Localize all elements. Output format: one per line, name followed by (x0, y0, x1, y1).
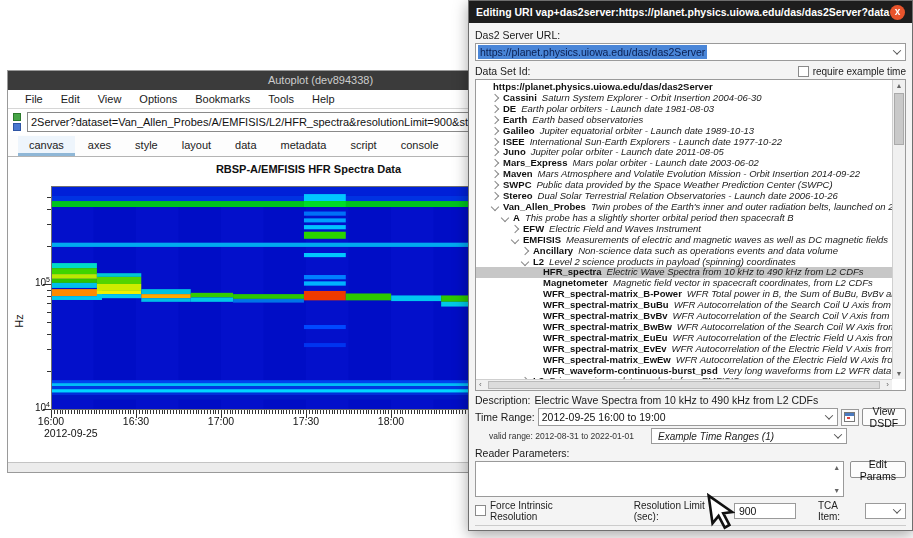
menu-tools[interactable]: Tools (259, 90, 303, 108)
chevron-down-icon[interactable] (889, 504, 905, 518)
chevron-right-icon[interactable] (491, 137, 499, 145)
chevron-down-icon[interactable] (511, 235, 519, 243)
tree-item-name: Stereo (503, 190, 533, 201)
tree-spacer (532, 269, 538, 275)
x-tick-1630: 16:30 (114, 415, 158, 427)
chevron-down-icon[interactable] (821, 409, 837, 425)
chevron-down-icon[interactable] (501, 214, 509, 222)
scroll-up-icon[interactable]: ▲ (893, 82, 905, 89)
menu-help[interactable]: Help (303, 90, 344, 108)
tca-item-label: TCA Item: (818, 500, 861, 522)
tree-item-name: SWPC (503, 179, 532, 190)
time-range-value: 2012-09-25 16:00 to 19:00 (539, 411, 821, 423)
chevron-down-icon[interactable] (521, 257, 529, 265)
tab-axes[interactable]: axes (77, 136, 122, 156)
tab-script[interactable]: script (339, 136, 387, 156)
x-tick-1730: 17:30 (284, 415, 328, 427)
tree-vertical-scrollbar[interactable]: ▲ ▼ (892, 80, 905, 379)
tab-style[interactable]: style (124, 136, 169, 156)
valid-range-label: valid range: 2012-08-31 to 2022-01-01 (489, 431, 634, 441)
menu-file[interactable]: File (16, 90, 52, 108)
chevron-right-icon[interactable] (511, 225, 519, 233)
tree-horizontal-scrollbar[interactable]: ‹ › (476, 379, 892, 390)
view-dsdf-button[interactable]: View DSDF (862, 408, 906, 426)
tab-metadata[interactable]: metadata (270, 136, 338, 156)
tree-spacer (532, 302, 538, 308)
tree-item-name: WFR_spectral-matrix_EvEv (543, 343, 667, 354)
scroll-right-icon[interactable]: › (886, 380, 889, 390)
tree-item-desc: WFR Autocorrelation of the Search Coil W… (677, 321, 906, 332)
force-intrinsic-resolution-checkbox[interactable] (475, 505, 486, 516)
tree-spacer (532, 324, 538, 330)
tree-vscroll-thumb[interactable] (894, 93, 904, 145)
tree-item-name: Ancillary (533, 245, 573, 256)
chevron-right-icon[interactable] (491, 105, 499, 113)
chevron-right-icon[interactable] (491, 192, 499, 200)
tree-item-name: WFR_spectral-matrix_BvBv (543, 310, 668, 321)
tree-item-name: WFR_spectral-matrix_BuBu (543, 299, 669, 310)
chevron-right-icon[interactable] (521, 246, 529, 254)
tab-canvas[interactable]: canvas (18, 136, 75, 156)
chevron-right-icon[interactable] (491, 159, 499, 167)
tree-hscroll-thumb[interactable] (488, 381, 880, 389)
app-title: Autoplot (dev894338) (268, 74, 373, 86)
tree-item-name: Cassini (503, 92, 537, 103)
chevron-right-icon[interactable] (491, 148, 499, 156)
scroll-down-icon[interactable]: ▼ (831, 487, 843, 494)
tree-item-name: EFW (523, 223, 544, 234)
chevron-right-icon[interactable] (491, 170, 499, 178)
menu-view[interactable]: View (89, 90, 131, 108)
tree-item-Galileo[interactable]: GalileoJupiter equatorial orbiter - Laun… (476, 126, 892, 137)
tree-item-Earth[interactable]: EarthEarth based observatories (476, 115, 892, 126)
close-icon[interactable]: x (890, 5, 905, 20)
tree-item-desc: Earth based observatories (532, 114, 643, 125)
dataset-tree: https://planet.physics.uiowa.edu/das/das… (475, 79, 906, 391)
tree-item-name: Magnetometer (543, 277, 608, 288)
server-url-combobox[interactable]: https://planet.physics.uiowa.edu/das/das… (475, 43, 906, 61)
chevron-right-icon[interactable] (491, 94, 499, 102)
chevron-down-icon[interactable] (889, 44, 905, 60)
tca-item-combobox[interactable] (865, 503, 906, 519)
tree-item-desc: International Sun-Earth Explorers - Laun… (530, 136, 782, 147)
scroll-down-icon[interactable]: ▼ (893, 370, 905, 377)
resolution-limit-field[interactable] (734, 503, 796, 519)
example-time-ranges-value: Example Time Ranges (1) (652, 431, 830, 442)
menu-options[interactable]: Options (130, 90, 186, 108)
tree-item-name: A (513, 212, 520, 223)
tree-item-desc: Public data provided by the Space Weathe… (537, 179, 833, 190)
chevron-right-icon[interactable] (491, 181, 499, 189)
tree-item-desc: Magnetic field vector in spacecraft coor… (613, 277, 873, 288)
edit-params-button[interactable]: Edit Params (850, 461, 906, 478)
reader-parameters-label: Reader Parameters: (475, 447, 906, 459)
scroll-up-icon[interactable]: ▲ (831, 464, 843, 471)
dialog-titlebar[interactable]: Editing URI vap+das2server:https://plane… (469, 1, 912, 23)
tree-item-desc: Dual Solar Terrestrial Relation Observat… (538, 190, 838, 201)
time-range-combobox[interactable]: 2012-09-25 16:00 to 19:00 (538, 408, 838, 426)
tree-item-name: Juno (503, 146, 526, 157)
chevron-down-icon[interactable] (491, 203, 499, 211)
scroll-left-icon[interactable]: ‹ (479, 380, 482, 390)
tree-item-desc: Jupiter equatorial orbiter - Launch date… (540, 125, 754, 136)
tree-spacer (482, 84, 488, 90)
tree-item-name: Mars_Express (503, 157, 567, 168)
menu-bookmarks[interactable]: Bookmarks (186, 90, 259, 108)
tab-console[interactable]: console (390, 136, 450, 156)
reader-parameters-textarea[interactable]: ▲ ▼ (475, 461, 844, 497)
tree-item-name: DE (503, 103, 516, 114)
tree-item-name: Maven (503, 168, 533, 179)
require-example-time-label: require example time (813, 66, 906, 77)
tree-item-name: Galileo (503, 125, 535, 136)
tab-data[interactable]: data (224, 136, 267, 156)
tree-item-desc: Jupiter polar orbiter - Launch date 2011… (531, 146, 724, 157)
chevron-right-icon[interactable] (491, 115, 499, 123)
chevron-right-icon[interactable] (491, 126, 499, 134)
tree-item-desc: Electric Wave Spectra from 10 kHz to 490… (607, 266, 864, 277)
tab-layout[interactable]: layout (171, 136, 222, 156)
example-time-ranges-combobox[interactable]: Example Time Ranges (1) (651, 428, 847, 444)
chevron-down-icon[interactable] (830, 429, 846, 443)
description-value: Electric Wave Spectra from 10 kHz to 490… (534, 394, 818, 406)
calendar-picker-button[interactable] (841, 409, 859, 426)
tree-item-name: WFR_waveform-continuous-burst_psd (543, 365, 718, 376)
menu-edit[interactable]: Edit (52, 90, 89, 108)
require-example-time-checkbox[interactable] (798, 66, 809, 77)
